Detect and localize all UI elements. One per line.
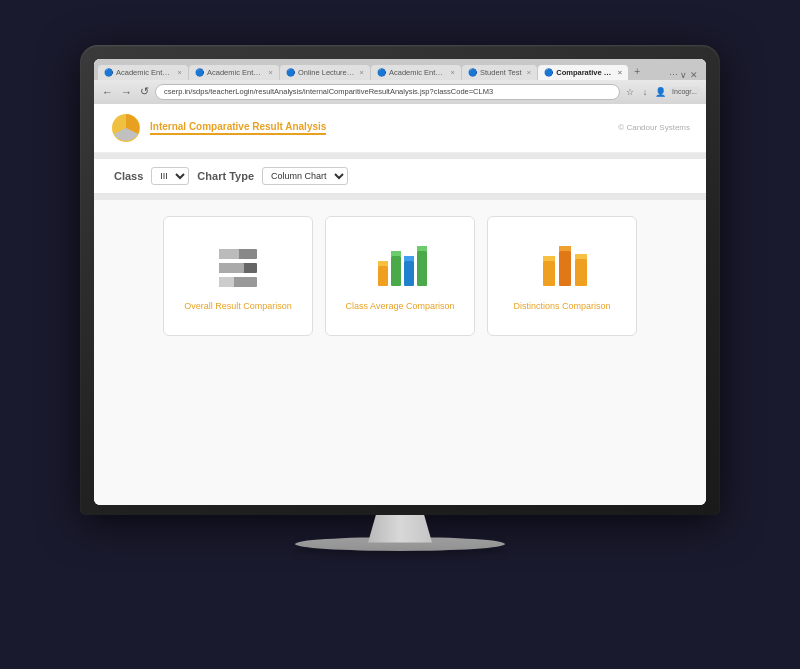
app-header: Internal Comparative Result Analysis © C… [94, 104, 706, 153]
svg-rect-14 [417, 246, 427, 251]
svg-rect-13 [417, 251, 427, 286]
browser-actions: ☆ ↓ 👤 Incogr... [624, 86, 700, 98]
chart-type-label: Chart Type [197, 170, 254, 182]
overall-chart-icon [211, 241, 266, 291]
svg-rect-20 [575, 254, 587, 259]
browser-chrome: 🔵 Academic Enterprise × 🔵 Academic Enter… [94, 59, 706, 104]
distinctions-card-title: Distinctions Comparison [505, 301, 618, 311]
distinctions-chart-icon [535, 241, 590, 291]
tab-close[interactable]: × [177, 68, 182, 77]
cards-area: Overall Result Comparison [94, 200, 706, 505]
tab-student-test[interactable]: 🔵 Student Test × [462, 65, 537, 80]
download-icon[interactable]: ↓ [639, 86, 651, 98]
svg-rect-12 [404, 256, 414, 261]
card-overall[interactable]: Overall Result Comparison [163, 216, 313, 336]
tab-close[interactable]: × [359, 68, 364, 77]
tab-close[interactable]: × [618, 68, 623, 77]
logo-icon [110, 112, 142, 144]
chart-type-select[interactable]: Column Chart [262, 167, 348, 185]
address-bar-row: ← → ↺ cserp.in/sdps/teacherLogin/resultA… [94, 80, 706, 104]
tab-close[interactable]: × [527, 68, 532, 77]
class-avg-chart-icon [373, 241, 428, 291]
tab-academic-3[interactable]: 🔵 Academic Enterprise × [371, 65, 461, 80]
new-tab-button[interactable]: + [629, 63, 645, 80]
toolbar: Class III Chart Type Column Chart [94, 159, 706, 194]
card-distinctions[interactable]: Distinctions Comparison [487, 216, 637, 336]
reload-button[interactable]: ↺ [138, 85, 151, 98]
svg-rect-10 [391, 251, 401, 256]
monitor-bezel: 🔵 Academic Enterprise × 🔵 Academic Enter… [80, 45, 720, 515]
tab-bar: 🔵 Academic Enterprise × 🔵 Academic Enter… [94, 59, 706, 80]
class-avg-card-title: Class Average Comparison [338, 301, 463, 311]
page-content: Internal Comparative Result Analysis © C… [94, 104, 706, 505]
back-button[interactable]: ← [100, 86, 115, 98]
tab-academic-2[interactable]: 🔵 Academic Enterprise × [189, 65, 279, 80]
address-bar[interactable]: cserp.in/sdps/teacherLogin/resultAnalysi… [155, 84, 620, 100]
copyright-text: © Candour Systems [618, 123, 690, 132]
class-select[interactable]: III [151, 167, 189, 185]
app-title: Internal Comparative Result Analysis [150, 121, 326, 135]
class-label: Class [114, 170, 143, 182]
tab-favicon: 🔵 [377, 68, 386, 77]
tab-academic-1[interactable]: 🔵 Academic Enterprise × [98, 65, 188, 80]
forward-button[interactable]: → [119, 86, 134, 98]
svg-rect-18 [559, 246, 571, 251]
tab-favicon: 🔵 [104, 68, 113, 77]
svg-rect-2 [219, 249, 239, 259]
tab-online-lecture[interactable]: 🔵 Online Lecture Details × [280, 65, 370, 80]
bookmark-icon[interactable]: ☆ [624, 86, 636, 98]
svg-rect-8 [378, 261, 388, 266]
svg-rect-6 [219, 277, 234, 287]
logo-area: Internal Comparative Result Analysis [110, 112, 326, 144]
tab-favicon: 🔵 [544, 68, 553, 77]
address-text: cserp.in/sdps/teacherLogin/resultAnalysi… [164, 87, 493, 96]
tab-favicon: 🔵 [195, 68, 204, 77]
svg-rect-17 [559, 251, 571, 286]
card-class-avg[interactable]: Class Average Comparison [325, 216, 475, 336]
tab-close[interactable]: × [268, 68, 273, 77]
svg-rect-4 [219, 263, 244, 273]
overall-card-title: Overall Result Comparison [176, 301, 300, 311]
svg-rect-11 [404, 261, 414, 286]
profile-icon[interactable]: 👤 [654, 86, 666, 98]
svg-rect-16 [543, 256, 555, 261]
tab-favicon: 🔵 [286, 68, 295, 77]
window-controls: ⋯ ∨ ✕ [665, 70, 702, 80]
incognito-badge: Incogr... [669, 87, 700, 96]
screen: 🔵 Academic Enterprise × 🔵 Academic Enter… [94, 59, 706, 505]
monitor: 🔵 Academic Enterprise × 🔵 Academic Enter… [70, 45, 730, 625]
tab-favicon: 🔵 [468, 68, 477, 77]
tab-close[interactable]: × [450, 68, 455, 77]
svg-rect-7 [378, 266, 388, 286]
svg-rect-15 [543, 261, 555, 286]
svg-rect-19 [575, 259, 587, 286]
svg-rect-9 [391, 256, 401, 286]
tab-comparative[interactable]: 🔵 Comparative Board R.. × [538, 65, 628, 80]
monitor-stand-neck [360, 515, 440, 543]
